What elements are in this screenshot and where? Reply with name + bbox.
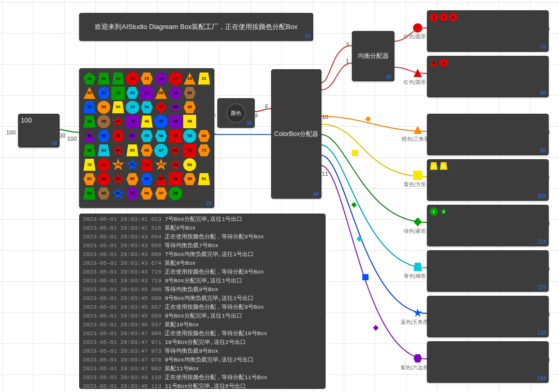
conn10-label: 黄色|方形: [404, 181, 426, 188]
palette-shape-47: 47: [154, 115, 168, 128]
palette-shape-25: 25: [126, 86, 139, 100]
palette-shape-62: 62: [83, 144, 96, 157]
palette-shape-55: 55: [140, 129, 154, 143]
palette-shape-92: 92: [83, 187, 96, 200]
palette-shape-36: 36: [140, 101, 154, 114]
color-id: 3#: [246, 120, 252, 126]
diagram-canvas[interactable]: 欢迎来到AIStudio Diagream Box装配工厂，正在使用按颜色分配B…: [0, 0, 559, 392]
bin-7[interactable]: 278 7#: [427, 10, 549, 52]
bin-13[interactable]: 13#: [427, 296, 549, 337]
bin-item-5: 5: [439, 58, 448, 67]
source-value: 100: [21, 116, 32, 124]
palette-shape-93: 93: [97, 187, 111, 200]
title-text: 欢迎来到AIStudio Diagream Box装配工厂，正在使用按颜色分配B…: [95, 22, 298, 32]
title-node[interactable]: 欢迎来到AIStudio Diagream Box装配工厂，正在使用按颜色分配B…: [79, 13, 313, 41]
palette-shape-80: 80: [183, 158, 197, 172]
palette-shape-72: 72: [83, 158, 96, 172]
palette-shape-74: 74: [111, 158, 125, 172]
palette-shape-97: 97: [154, 187, 168, 200]
bin-11[interactable]: 14 11#: [427, 205, 549, 246]
palette-shape-87: 87: [154, 172, 168, 186]
color-left-F: F: [213, 113, 216, 119]
log-line: 2023-05-01 20:03:47 971 10号Box分配完毕,送往2号出…: [83, 338, 322, 347]
log-line: 2023-05-01 20:03:43 658 等待均衡负载7号Box: [83, 242, 322, 250]
bin7-count: 3: [547, 26, 550, 32]
bin-item-3: 3: [430, 162, 438, 170]
bin12-id: 12#: [537, 284, 546, 290]
palette-shape-56: 56: [154, 129, 168, 143]
bin8-items: 95: [430, 58, 546, 67]
bin-9[interactable]: 9#: [427, 114, 549, 155]
bin-8[interactable]: 95 8#: [427, 56, 549, 97]
mid13-icon: [362, 274, 369, 280]
palette-shape-86: 86: [140, 172, 154, 186]
palette-port-left: 100: [67, 135, 77, 142]
mid10-icon: [352, 150, 358, 156]
source-100-node[interactable]: 100 1#: [18, 114, 60, 147]
palette-id: 2#: [206, 201, 212, 206]
source-id: 1#: [51, 140, 57, 146]
palette-shape-33: 33: [97, 101, 111, 114]
palette-shape-63: 63: [97, 144, 111, 157]
color-right-F: F: [255, 113, 259, 119]
bin-item-8: 8: [449, 13, 458, 21]
bin8-id: 8#: [540, 90, 546, 96]
colorbox-node[interactable]: ColorBox分配器 4#: [271, 69, 321, 199]
palette-shape-57: 57: [169, 129, 182, 143]
bin13-id: 13#: [537, 330, 546, 336]
palette-shape-22: 22: [83, 86, 96, 100]
palette-shape-89: 89: [183, 172, 197, 186]
palette-shape-76: 76: [140, 158, 154, 172]
bin11-id: 11#: [537, 239, 546, 245]
log-line: 2023-05-01 20:03:43 660 7号Box均衡负载完毕,送往1号…: [83, 250, 322, 259]
palette-shape-67: 67: [154, 144, 168, 157]
palette-shape-12: 12: [97, 72, 111, 85]
bin-item-6: 6: [439, 162, 448, 170]
palette-shape-49: 49: [183, 115, 197, 128]
palette-grid: 1112131415161718212223242526282930323334…: [83, 72, 211, 200]
palette-shape-66: 66: [140, 144, 154, 157]
palette-shape-13: 13: [111, 72, 125, 85]
port-label-left: 100: [6, 129, 16, 135]
palette-shape-51: 51: [83, 129, 96, 143]
palette-shape-81: 81: [83, 172, 96, 186]
conn7-label: 红色|圆形: [404, 33, 426, 40]
color-node[interactable]: 颜色 3#: [217, 98, 255, 128]
colorbox-label: ColorBox分配器: [274, 130, 318, 139]
bin7-id: 7#: [540, 44, 546, 50]
log-line: 2023-05-01 20:03:41 623 7号Box分配完毕,送往1号出口: [83, 215, 322, 224]
bin14-id: 14#: [537, 375, 546, 381]
bin-10[interactable]: 36 10#: [427, 159, 549, 201]
palette-shape-46: 46: [140, 115, 154, 128]
palette-shape-85: 85: [126, 172, 139, 186]
palette-shape-91: 91: [197, 172, 211, 186]
bin8-count: 1: [547, 71, 550, 78]
port-label-right: 100: [56, 132, 65, 139]
conn12-label: 青色|梯形: [404, 273, 426, 280]
balancer-node[interactable]: 均衡分配器 6#: [352, 31, 394, 81]
palette-shape-15: 15: [140, 72, 154, 85]
bin10-count: 2: [547, 175, 550, 181]
bin-12[interactable]: 12#: [427, 250, 549, 292]
log-line: 2023-05-01 20:03:45 806 等待均衡负载8号Box: [83, 285, 322, 294]
palette-shape-58: 58: [183, 129, 197, 143]
palette-shape-52: 52: [97, 129, 111, 143]
conn10-icon: [413, 171, 422, 180]
palette-shape-18: 18: [183, 72, 197, 85]
palette-node[interactable]: 1112131415161718212223242526282930323334…: [79, 68, 214, 208]
bin10-items: 36: [430, 162, 546, 170]
palette-shape-53: 53: [111, 129, 125, 143]
log-panel[interactable]: 2023-05-01 20:03:41 623 7号Box分配完毕,送往1号出口…: [79, 214, 326, 389]
palette-shape-98: 98: [169, 187, 182, 200]
bin11-items: 14: [430, 207, 546, 216]
log-line: 2023-05-01 20:03:47 973 等待均衡负载9号Box: [83, 347, 322, 356]
bin9-id: 9#: [540, 148, 546, 154]
colorbox-11: 11: [322, 171, 328, 177]
palette-shape-26: 26: [140, 86, 154, 100]
palette-shape-28: 28: [154, 86, 168, 100]
log-line: 2023-05-01 20:03:42 516 装配8号Box: [83, 224, 322, 233]
bal-in-3: 3: [346, 41, 349, 48]
bin-14[interactable]: 14#: [427, 341, 549, 383]
palette-shape-16: 16: [154, 72, 168, 85]
log-line: 2023-05-01 20:03:43 654 正在使用按颜色分配，等待分配8号…: [83, 233, 322, 242]
